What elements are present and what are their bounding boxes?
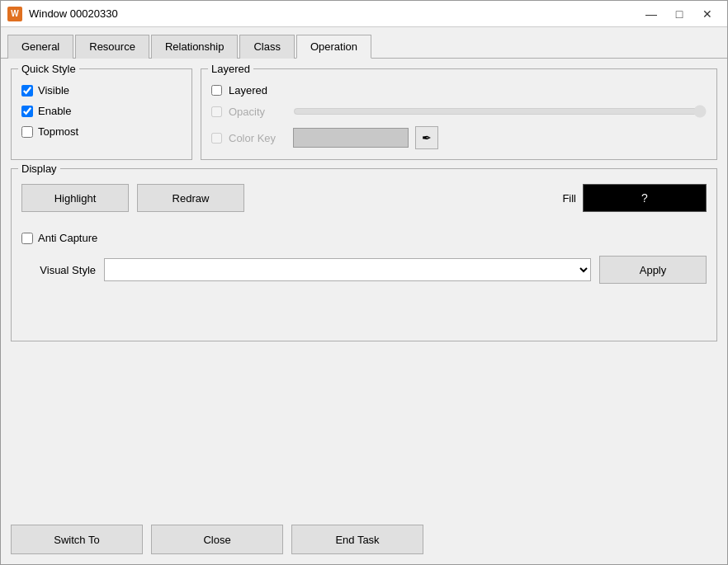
opacity-slider[interactable] (293, 105, 707, 118)
opacity-label: Opacity (229, 106, 286, 118)
tab-general[interactable]: General (7, 35, 73, 59)
tab-bar: General Resource Relationship Class Oper… (1, 27, 727, 59)
main-content: Quick Style Visible Enable Topmost Layer… (1, 59, 727, 515)
topmost-checkbox[interactable] (21, 126, 33, 138)
enable-checkbox[interactable] (21, 106, 33, 117)
layered-group-label: Layered (208, 63, 253, 75)
fill-value: ? (641, 191, 648, 205)
color-key-row: Color Key ✒ (211, 126, 707, 149)
color-key-preview (293, 128, 409, 148)
layered-checkbox-row: Layered (211, 84, 707, 97)
anti-capture-checkbox[interactable] (21, 233, 33, 244)
topmost-label: Topmost (38, 125, 78, 138)
display-row2: Anti Capture (21, 224, 707, 244)
opacity-row: Opacity (211, 105, 707, 118)
opacity-slider-container (293, 105, 707, 118)
visual-style-select[interactable] (104, 258, 591, 281)
visible-checkbox[interactable] (21, 85, 33, 97)
visible-row: Visible (21, 84, 182, 97)
tab-resource[interactable]: Resource (75, 35, 149, 59)
eyedropper-button[interactable]: ✒ (415, 126, 438, 149)
quick-style-group: Quick Style Visible Enable Topmost (11, 68, 192, 160)
layered-label: Layered (229, 84, 286, 97)
fill-area: Fill ? (562, 184, 707, 212)
tab-class[interactable]: Class (239, 35, 295, 59)
end-task-button[interactable]: End Task (291, 525, 423, 554)
enable-row: Enable (21, 105, 182, 117)
tab-operation[interactable]: Operation (296, 35, 371, 59)
tab-relationship[interactable]: Relationship (151, 35, 239, 59)
main-window: W Window 00020330 — □ ✕ General Resource… (0, 0, 728, 565)
window-title: Window 00020330 (29, 7, 638, 20)
display-row1: Highlight Redraw Fill ? (21, 184, 707, 212)
color-key-label: Color Key (229, 132, 286, 144)
close-dialog-button[interactable]: Close (151, 525, 283, 554)
quick-style-label: Quick Style (18, 63, 79, 75)
title-bar: W Window 00020330 — □ ✕ (1, 1, 727, 27)
color-key-checkbox[interactable] (211, 133, 222, 144)
anti-capture-row: Anti Capture (21, 232, 97, 244)
maximize-button[interactable]: □ (666, 4, 693, 24)
visible-label: Visible (38, 84, 69, 97)
eyedropper-icon: ✒ (422, 131, 432, 144)
app-icon-letter: W (11, 9, 18, 18)
anti-capture-label: Anti Capture (38, 232, 97, 244)
display-label: Display (18, 162, 60, 175)
apply-button[interactable]: Apply (599, 256, 707, 284)
fill-color-box[interactable]: ? (583, 184, 707, 212)
display-group: Display Highlight Redraw Fill ? Anti Cap… (11, 168, 717, 341)
topmost-row: Topmost (21, 125, 182, 138)
top-panel-row: Quick Style Visible Enable Topmost Layer… (11, 68, 717, 160)
switch-to-button[interactable]: Switch To (11, 525, 143, 554)
opacity-checkbox[interactable] (211, 106, 222, 117)
minimize-button[interactable]: — (638, 4, 664, 24)
layered-group: Layered Layered Opacity Color Key (201, 68, 717, 160)
bottom-bar: Switch To Close End Task (1, 515, 727, 564)
visual-style-label: Visual Style (21, 264, 96, 276)
title-bar-controls: — □ ✕ (638, 4, 721, 24)
redraw-button[interactable]: Redraw (137, 184, 244, 212)
app-icon: W (7, 7, 22, 21)
close-button[interactable]: ✕ (694, 4, 721, 24)
layered-checkbox[interactable] (211, 85, 222, 96)
highlight-button[interactable]: Highlight (21, 184, 129, 212)
spacer (11, 350, 717, 505)
enable-label: Enable (38, 105, 71, 117)
fill-label: Fill (562, 192, 576, 205)
display-row3: Visual Style Apply (21, 256, 707, 284)
